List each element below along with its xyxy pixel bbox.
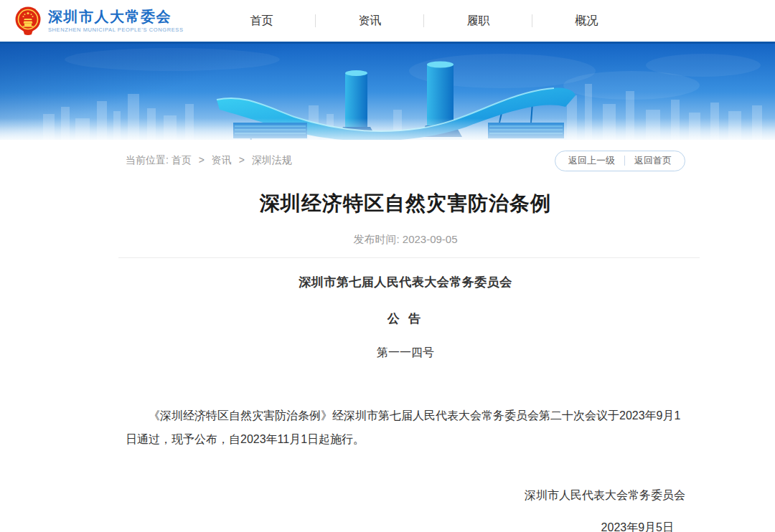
banner-illustration xyxy=(0,44,775,140)
nav-item-home[interactable]: 首页 xyxy=(207,0,315,42)
site-header: 深圳市人大常委会 SHENZHEN MUNICIPAL PEOPLE'S CON… xyxy=(0,0,775,42)
document-number: 第一一四号 xyxy=(126,346,685,361)
nav-item-overview[interactable]: 概况 xyxy=(532,0,640,42)
document-body: 深圳市第七届人民代表大会常务委员会 公 告 第一一四号 《深圳经济特区自然灾害防… xyxy=(126,274,685,532)
main-nav: 首页 资讯 履职 概况 xyxy=(207,0,640,42)
breadcrumb-item-news[interactable]: 资讯 xyxy=(212,154,232,166)
nav-item-duty[interactable]: 履职 xyxy=(424,0,532,42)
document-sign-date: 2023年9月5日 xyxy=(126,521,685,532)
back-button-group: 返回上一级 返回首页 xyxy=(555,151,685,171)
pill-divider xyxy=(624,156,625,166)
article-title: 深圳经济特区自然灾害防治条例 xyxy=(126,190,685,217)
breadcrumb: 当前位置: 首页 > 资讯 > 深圳法规 xyxy=(126,154,292,167)
document-org: 深圳市第七届人民代表大会常务委员会 xyxy=(126,274,685,290)
publish-date: 发布时间: 2023-09-05 xyxy=(126,233,685,247)
site-logo-text: 深圳市人大常委会 SHENZHEN MUNICIPAL PEOPLE'S CON… xyxy=(48,9,183,33)
back-home-button[interactable]: 返回首页 xyxy=(634,154,672,167)
breadcrumb-separator: > xyxy=(239,154,245,166)
breadcrumb-item-laws[interactable]: 深圳法规 xyxy=(252,154,292,166)
document-paragraph: 《深圳经济特区自然灾害防治条例》经深圳市第七届人民代表大会常务委员会第二十次会议… xyxy=(126,404,685,451)
back-parent-button[interactable]: 返回上一级 xyxy=(568,154,615,167)
site-logo[interactable]: 深圳市人大常委会 SHENZHEN MUNICIPAL PEOPLE'S CON… xyxy=(14,6,183,36)
nav-item-news[interactable]: 资讯 xyxy=(316,0,423,42)
breadcrumb-separator: > xyxy=(199,154,205,166)
hero-banner xyxy=(0,42,775,140)
toolbar-row: 当前位置: 首页 > 资讯 > 深圳法规 返回上一级 返回首页 xyxy=(126,150,685,171)
document-signature: 深圳市人民代表大会常务委员会 xyxy=(126,488,685,503)
national-emblem-icon xyxy=(14,6,42,36)
breadcrumb-item-home[interactable]: 首页 xyxy=(172,154,192,166)
site-subtitle: SHENZHEN MUNICIPAL PEOPLE'S CONGRESS xyxy=(48,27,183,33)
article-page: 当前位置: 首页 > 资讯 > 深圳法规 返回上一级 返回首页 深圳经济特区自然… xyxy=(126,140,685,532)
site-title: 深圳市人大常委会 xyxy=(48,9,183,24)
title-divider xyxy=(118,257,700,258)
breadcrumb-label: 当前位置: xyxy=(126,154,169,166)
document-notice-heading: 公 告 xyxy=(126,310,685,327)
